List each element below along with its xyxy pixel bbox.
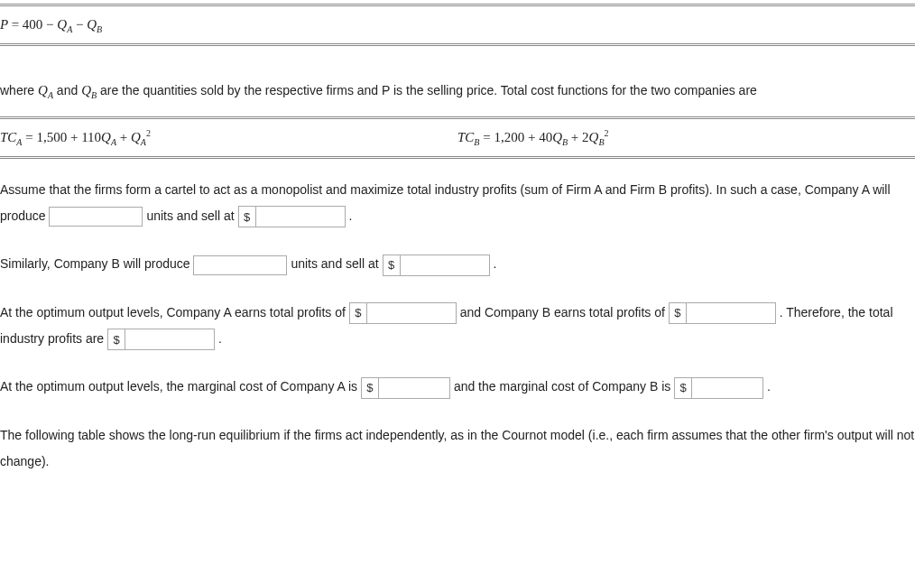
tca-equation: TCA = 1,500 + 110QA + QA2 [0,130,151,144]
similarly-text: Similarly, Company B will produce [0,256,193,271]
profit-total-field[interactable]: $ [107,329,215,350]
dollar-icon: $ [239,207,256,227]
table-intro-text: The following table shows the long-run e… [0,428,914,468]
qa-symbol: QA [38,83,53,97]
company-b-quantity-input[interactable] [193,255,287,275]
company-b-price-input[interactable] [401,255,489,275]
demand-equation: P = 400 − QA − QB [0,17,102,32]
mc-b-field[interactable]: $ [674,377,763,399]
dollar-icon: $ [350,303,367,323]
tcb-equation: TCB = 1,200 + 40QB + 2QB2 [457,130,609,144]
equation-block-demand: P = 400 − QA − QB [0,4,915,46]
company-b-paragraph: Similarly, Company B will produce units … [0,251,915,277]
profit-total-input[interactable] [125,329,214,349]
where-text-post: are the quantities sold by the respectiv… [97,83,757,97]
mc-pre-text: At the optimum output levels, the margin… [0,379,361,394]
period-b: . [493,256,496,271]
mc-a-field[interactable]: $ [361,377,450,399]
profit-a-field[interactable]: $ [349,302,457,324]
mc-mid-text: and the marginal cost of Company B is [454,379,674,394]
company-a-quantity-input[interactable] [49,207,143,227]
dollar-icon: $ [362,378,379,398]
problem-page: P = 400 − QA − QB where QA and QB are th… [0,0,924,476]
units-sell-text-a: units and sell at [146,208,237,223]
cournot-intro-paragraph: The following table shows the long-run e… [0,422,915,476]
company-b-price-field[interactable]: $ [383,255,490,276]
dollar-icon: $ [675,378,692,398]
cartel-paragraph: Assume that the firms form a cartel to a… [0,177,915,230]
where-text-pre: where [0,83,38,97]
qb-symbol: QB [81,83,97,97]
profits-mid-text: and Company B earns total profits of [460,305,669,320]
where-paragraph: where QA and QB are the quantities sold … [0,77,915,106]
mc-a-input[interactable] [379,378,449,398]
company-a-price-input[interactable] [256,207,345,227]
period-profits: . [218,331,222,346]
profit-b-field[interactable]: $ [669,302,776,324]
units-sell-text-b: units and sell at [291,256,382,271]
dollar-icon: $ [108,329,125,349]
period-mc: . [767,379,771,394]
profits-paragraph: At the optimum output levels, Company A … [0,300,915,353]
dollar-icon: $ [383,255,401,275]
profits-pre-text: At the optimum output levels, Company A … [0,305,349,320]
marginal-cost-paragraph: At the optimum output levels, the margin… [0,374,915,400]
period-a: . [348,208,352,223]
dollar-icon: $ [670,303,687,323]
where-text-and: and [53,83,81,97]
company-a-price-field[interactable]: $ [238,206,346,227]
profit-b-input[interactable] [687,303,775,323]
equation-block-costs: TCA = 1,500 + 110QA + QA2 TCB = 1,200 + … [0,116,915,159]
mc-b-input[interactable] [692,378,762,398]
profit-a-input[interactable] [367,303,456,323]
